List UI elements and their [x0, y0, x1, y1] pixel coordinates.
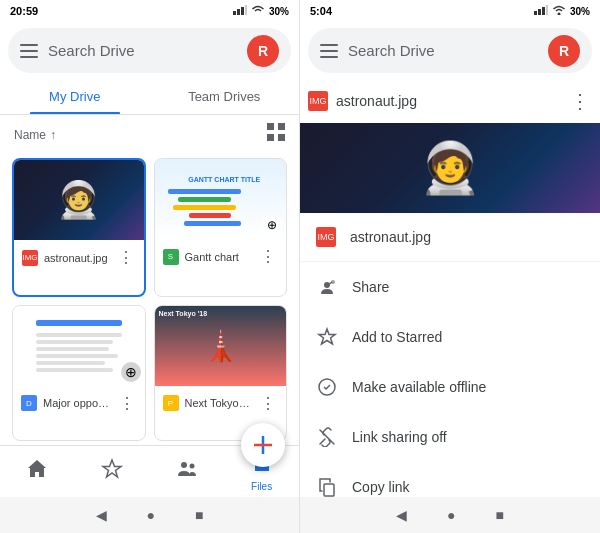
gantt-label: GANTT CHART TITLE — [188, 176, 260, 183]
file-info-gantt: S Gantt chart ⋮ — [155, 239, 287, 274]
recents-btn-right[interactable]: ■ — [496, 507, 504, 523]
context-menu: IMG astronaut.jpg Share Add to Starred M… — [300, 213, 600, 497]
svg-rect-2 — [241, 7, 244, 15]
nav-starred[interactable] — [75, 454, 150, 489]
search-bar-left[interactable]: Search Drive R — [8, 28, 291, 73]
menu-item-copy-link[interactable]: Copy link — [300, 462, 600, 497]
avatar-right[interactable]: R — [548, 35, 580, 67]
menu-file-type-icon: IMG — [316, 227, 336, 247]
doc-badge: ⊕ — [121, 362, 141, 382]
copy-icon — [316, 476, 338, 497]
menu-item-offline[interactable]: Make available offline — [300, 362, 600, 412]
star-icon — [101, 458, 123, 485]
more-options-astronaut[interactable]: ⋮ — [116, 246, 136, 269]
link-off-icon — [316, 426, 338, 448]
tab-team-drives[interactable]: Team Drives — [150, 79, 300, 114]
svg-marker-10 — [103, 460, 121, 477]
file-preview — [300, 123, 600, 213]
sort-header[interactable]: Name ↑ — [14, 128, 56, 142]
time-right: 5:04 — [310, 5, 332, 17]
menu-item-link-sharing[interactable]: Link sharing off — [300, 412, 600, 462]
menu-copy-link-label: Copy link — [352, 479, 410, 495]
hamburger-menu-right[interactable] — [320, 44, 338, 58]
thumbnail-next-tokyo: Next Tokyo '18 — [155, 306, 287, 386]
file-icon-gantt: S — [163, 249, 179, 265]
search-bar-right[interactable]: Search Drive R — [308, 28, 592, 73]
thumbnail-major-opp: ⊕ — [13, 306, 145, 386]
nav-home[interactable] — [0, 454, 75, 489]
more-options-next-tokyo[interactable]: ⋮ — [258, 392, 278, 415]
svg-rect-14 — [538, 9, 541, 15]
hamburger-menu-left[interactable] — [20, 44, 38, 58]
thumbnail-gantt: GANTT CHART TITLE ⊕ — [155, 159, 287, 239]
recents-btn-left[interactable]: ■ — [195, 507, 203, 523]
svg-rect-1 — [237, 9, 240, 15]
menu-item-share[interactable]: Share — [300, 262, 600, 312]
file-icon-major-opp: D — [21, 395, 37, 411]
file-info-major-opp: D Major opportunity ... ⋮ — [13, 386, 145, 421]
more-options-gantt[interactable]: ⋮ — [258, 245, 278, 268]
status-icons-right: 30% — [534, 5, 590, 17]
file-item-gantt[interactable]: GANTT CHART TITLE ⊕ S Gantt chart ⋮ — [154, 158, 288, 297]
search-placeholder-left: Search Drive — [48, 42, 237, 59]
file-item-next-tokyo[interactable]: Next Tokyo '18 P Next Tokyo '18 提案 | Co.… — [154, 305, 288, 442]
file-icon-astronaut: IMG — [22, 250, 38, 266]
svg-rect-15 — [542, 7, 545, 15]
svg-rect-23 — [324, 484, 334, 496]
back-btn-right[interactable]: ◀ — [396, 507, 407, 523]
fab-button[interactable] — [241, 423, 285, 467]
more-options-major-opp[interactable]: ⋮ — [117, 392, 137, 415]
svg-rect-7 — [278, 134, 285, 141]
svg-rect-5 — [278, 123, 285, 130]
svg-point-17 — [557, 13, 560, 16]
file-list-header: Name ↑ — [0, 115, 299, 154]
menu-link-sharing-label: Link sharing off — [352, 429, 447, 445]
file-icon-next-tokyo: P — [163, 395, 179, 411]
svg-marker-20 — [319, 329, 335, 344]
menu-starred-label: Add to Starred — [352, 329, 442, 345]
svg-rect-4 — [267, 123, 274, 130]
nav-shared[interactable] — [150, 454, 225, 489]
menu-file-name: astronaut.jpg — [350, 229, 431, 245]
offline-icon — [316, 376, 338, 398]
right-panel: 5:04 30% Search Drive R IMG astronaut.jp… — [300, 0, 600, 533]
sort-icon: ↑ — [50, 128, 56, 142]
file-header: IMG astronaut.jpg ⋮ — [300, 79, 600, 123]
home-icon — [26, 458, 48, 485]
file-name-gantt: Gantt chart — [185, 251, 253, 263]
menu-item-starred[interactable]: Add to Starred — [300, 312, 600, 362]
svg-point-12 — [189, 464, 194, 469]
sort-label: Name — [14, 128, 46, 142]
system-nav-left: ◀ ● ■ — [0, 497, 299, 533]
gantt-badge: ⊕ — [262, 215, 282, 235]
file-item-major-opp[interactable]: ⊕ D Major opportunity ... ⋮ — [12, 305, 146, 442]
time-left: 20:59 — [10, 5, 38, 17]
status-bar-right: 5:04 30% — [300, 0, 600, 22]
battery-right: 30% — [570, 6, 590, 17]
signal-icon-left — [233, 5, 247, 17]
file-name-astronaut: astronaut.jpg — [44, 252, 110, 264]
home-btn-right[interactable]: ● — [447, 507, 455, 523]
file-item-astronaut[interactable]: IMG astronaut.jpg ⋮ — [12, 158, 146, 297]
home-btn-left[interactable]: ● — [147, 507, 155, 523]
svg-rect-6 — [267, 134, 274, 141]
svg-rect-0 — [233, 11, 236, 15]
wifi-icon-right — [552, 5, 566, 17]
back-btn-left[interactable]: ◀ — [96, 507, 107, 523]
signal-icon-right — [534, 5, 548, 17]
left-panel: 20:59 30% Search Drive R My Drive Team D… — [0, 0, 300, 533]
file-header-more-icon[interactable]: ⋮ — [568, 87, 592, 115]
share-icon — [316, 276, 338, 298]
avatar-left[interactable]: R — [247, 35, 279, 67]
menu-file-item: IMG astronaut.jpg — [300, 213, 600, 262]
file-info-next-tokyo: P Next Tokyo '18 提案 | Co... ⋮ — [155, 386, 287, 421]
svg-rect-16 — [546, 5, 548, 15]
doc-lines — [36, 320, 122, 372]
status-bar-left: 20:59 30% — [0, 0, 299, 22]
tab-my-drive[interactable]: My Drive — [0, 79, 150, 114]
file-header-type-icon: IMG — [308, 91, 328, 111]
grid-toggle-icon[interactable] — [267, 123, 285, 146]
svg-point-11 — [181, 462, 187, 468]
battery-left: 30% — [269, 6, 289, 17]
files-label: Files — [251, 481, 272, 492]
